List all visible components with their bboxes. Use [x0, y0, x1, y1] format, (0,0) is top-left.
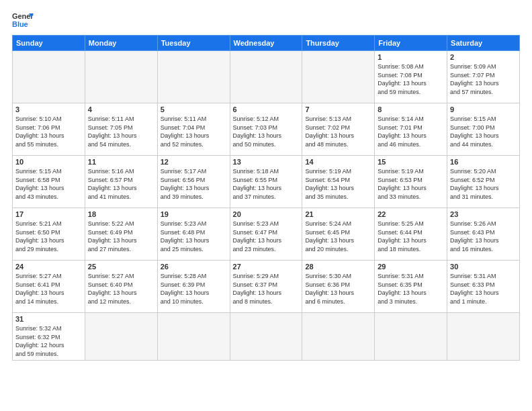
- day-number: 9: [450, 105, 517, 113]
- day-number: 23: [450, 210, 517, 218]
- day-number: 22: [378, 210, 444, 218]
- calendar-week-row: 1Sunrise: 5:08 AM Sunset: 7:08 PM Daylig…: [13, 51, 520, 103]
- day-number: 29: [378, 263, 444, 271]
- weekday-header-row: SundayMondayTuesdayWednesdayThursdayFrid…: [13, 36, 520, 51]
- day-number: 30: [450, 263, 517, 271]
- calendar-day-cell: 14Sunrise: 5:19 AM Sunset: 6:54 PM Dayli…: [302, 156, 375, 208]
- day-info: Sunrise: 5:32 AM Sunset: 6:32 PM Dayligh…: [15, 324, 82, 358]
- calendar-day-cell: 7Sunrise: 5:13 AM Sunset: 7:02 PM Daylig…: [302, 103, 375, 156]
- day-number: 8: [378, 105, 444, 113]
- calendar-day-cell: 11Sunrise: 5:16 AM Sunset: 6:57 PM Dayli…: [85, 156, 157, 208]
- day-number: 4: [88, 105, 154, 113]
- day-number: 25: [88, 263, 154, 271]
- day-info: Sunrise: 5:20 AM Sunset: 6:52 PM Dayligh…: [450, 167, 517, 201]
- calendar-day-cell: 20Sunrise: 5:23 AM Sunset: 6:47 PM Dayli…: [230, 208, 302, 261]
- calendar-week-row: 3Sunrise: 5:10 AM Sunset: 7:06 PM Daylig…: [13, 103, 520, 156]
- calendar-day-cell: [375, 313, 447, 361]
- day-info: Sunrise: 5:18 AM Sunset: 6:55 PM Dayligh…: [233, 167, 300, 201]
- day-info: Sunrise: 5:19 AM Sunset: 6:53 PM Dayligh…: [378, 167, 444, 201]
- day-number: 11: [88, 158, 154, 166]
- day-info: Sunrise: 5:15 AM Sunset: 6:58 PM Dayligh…: [15, 167, 82, 201]
- calendar-day-cell: [85, 313, 157, 361]
- day-number: 21: [305, 210, 371, 218]
- calendar-day-cell: 3Sunrise: 5:10 AM Sunset: 7:06 PM Daylig…: [13, 103, 85, 156]
- day-number: 18: [88, 210, 154, 218]
- calendar-day-cell: 17Sunrise: 5:21 AM Sunset: 6:50 PM Dayli…: [13, 208, 85, 261]
- day-info: Sunrise: 5:21 AM Sunset: 6:50 PM Dayligh…: [15, 220, 82, 253]
- day-info: Sunrise: 5:11 AM Sunset: 7:04 PM Dayligh…: [161, 115, 227, 148]
- generalblue-logo-icon: General Blue: [12, 11, 34, 30]
- day-number: 27: [233, 263, 300, 271]
- day-info: Sunrise: 5:09 AM Sunset: 7:07 PM Dayligh…: [450, 62, 517, 96]
- day-info: Sunrise: 5:13 AM Sunset: 7:02 PM Dayligh…: [305, 115, 371, 148]
- calendar-day-cell: 12Sunrise: 5:17 AM Sunset: 6:56 PM Dayli…: [157, 156, 230, 208]
- weekday-header-monday: Monday: [85, 36, 157, 51]
- calendar-week-row: 31Sunrise: 5:32 AM Sunset: 6:32 PM Dayli…: [13, 313, 520, 361]
- day-info: Sunrise: 5:28 AM Sunset: 6:39 PM Dayligh…: [161, 272, 227, 306]
- calendar-day-cell: [157, 313, 230, 361]
- weekday-header-sunday: Sunday: [13, 36, 85, 51]
- calendar-day-cell: 5Sunrise: 5:11 AM Sunset: 7:04 PM Daylig…: [157, 103, 230, 156]
- day-number: 5: [161, 105, 227, 113]
- day-number: 20: [233, 210, 300, 218]
- day-info: Sunrise: 5:19 AM Sunset: 6:54 PM Dayligh…: [305, 167, 371, 201]
- day-number: 13: [233, 158, 300, 166]
- weekday-header-saturday: Saturday: [447, 36, 520, 51]
- day-info: Sunrise: 5:31 AM Sunset: 6:33 PM Dayligh…: [450, 272, 517, 306]
- calendar-day-cell: [230, 51, 302, 103]
- calendar-day-cell: [302, 51, 375, 103]
- weekday-header-wednesday: Wednesday: [230, 36, 302, 51]
- day-info: Sunrise: 5:12 AM Sunset: 7:03 PM Dayligh…: [233, 115, 300, 148]
- day-info: Sunrise: 5:14 AM Sunset: 7:01 PM Dayligh…: [378, 115, 444, 148]
- calendar-day-cell: [230, 313, 302, 361]
- calendar-day-cell: 23Sunrise: 5:26 AM Sunset: 6:43 PM Dayli…: [447, 208, 520, 261]
- calendar-day-cell: [447, 313, 520, 361]
- day-number: 15: [378, 158, 444, 166]
- calendar-day-cell: [157, 51, 230, 103]
- day-info: Sunrise: 5:31 AM Sunset: 6:35 PM Dayligh…: [378, 272, 444, 306]
- calendar-day-cell: 9Sunrise: 5:15 AM Sunset: 7:00 PM Daylig…: [447, 103, 520, 156]
- calendar-day-cell: 2Sunrise: 5:09 AM Sunset: 7:07 PM Daylig…: [447, 51, 520, 103]
- day-number: 2: [450, 53, 517, 61]
- weekday-header-friday: Friday: [375, 36, 447, 51]
- calendar-day-cell: 6Sunrise: 5:12 AM Sunset: 7:03 PM Daylig…: [230, 103, 302, 156]
- day-info: Sunrise: 5:08 AM Sunset: 7:08 PM Dayligh…: [378, 62, 444, 96]
- day-info: Sunrise: 5:16 AM Sunset: 6:57 PM Dayligh…: [88, 167, 154, 201]
- calendar-day-cell: 28Sunrise: 5:30 AM Sunset: 6:36 PM Dayli…: [302, 261, 375, 313]
- calendar-day-cell: 30Sunrise: 5:31 AM Sunset: 6:33 PM Dayli…: [447, 261, 520, 313]
- calendar-day-cell: 26Sunrise: 5:28 AM Sunset: 6:39 PM Dayli…: [157, 261, 230, 313]
- calendar-week-row: 10Sunrise: 5:15 AM Sunset: 6:58 PM Dayli…: [13, 156, 520, 208]
- day-info: Sunrise: 5:25 AM Sunset: 6:44 PM Dayligh…: [378, 220, 444, 253]
- day-info: Sunrise: 5:11 AM Sunset: 7:05 PM Dayligh…: [88, 115, 154, 148]
- day-number: 31: [15, 315, 82, 323]
- calendar-day-cell: 4Sunrise: 5:11 AM Sunset: 7:05 PM Daylig…: [85, 103, 157, 156]
- day-number: 3: [15, 105, 82, 113]
- day-info: Sunrise: 5:17 AM Sunset: 6:56 PM Dayligh…: [161, 167, 227, 201]
- day-info: Sunrise: 5:30 AM Sunset: 6:36 PM Dayligh…: [305, 272, 371, 306]
- calendar-week-row: 24Sunrise: 5:27 AM Sunset: 6:41 PM Dayli…: [13, 261, 520, 313]
- calendar-day-cell: 29Sunrise: 5:31 AM Sunset: 6:35 PM Dayli…: [375, 261, 447, 313]
- day-info: Sunrise: 5:26 AM Sunset: 6:43 PM Dayligh…: [450, 220, 517, 253]
- weekday-header-thursday: Thursday: [302, 36, 375, 51]
- day-number: 1: [378, 53, 444, 61]
- day-info: Sunrise: 5:23 AM Sunset: 6:47 PM Dayligh…: [233, 220, 300, 253]
- calendar-day-cell: 21Sunrise: 5:24 AM Sunset: 6:45 PM Dayli…: [302, 208, 375, 261]
- calendar-day-cell: [302, 313, 375, 361]
- calendar-day-cell: 27Sunrise: 5:29 AM Sunset: 6:37 PM Dayli…: [230, 261, 302, 313]
- calendar-week-row: 17Sunrise: 5:21 AM Sunset: 6:50 PM Dayli…: [13, 208, 520, 261]
- calendar-table: SundayMondayTuesdayWednesdayThursdayFrid…: [12, 35, 520, 361]
- day-number: 12: [161, 158, 227, 166]
- day-number: 26: [161, 263, 227, 271]
- calendar-day-cell: 8Sunrise: 5:14 AM Sunset: 7:01 PM Daylig…: [375, 103, 447, 156]
- calendar-day-cell: 16Sunrise: 5:20 AM Sunset: 6:52 PM Dayli…: [447, 156, 520, 208]
- calendar-day-cell: 31Sunrise: 5:32 AM Sunset: 6:32 PM Dayli…: [13, 313, 85, 361]
- day-number: 24: [15, 263, 82, 271]
- weekday-header-tuesday: Tuesday: [157, 36, 230, 51]
- day-number: 28: [305, 263, 371, 271]
- calendar-day-cell: 10Sunrise: 5:15 AM Sunset: 6:58 PM Dayli…: [13, 156, 85, 208]
- day-number: 10: [15, 158, 82, 166]
- day-info: Sunrise: 5:27 AM Sunset: 6:41 PM Dayligh…: [15, 272, 82, 306]
- day-info: Sunrise: 5:15 AM Sunset: 7:00 PM Dayligh…: [450, 115, 517, 148]
- day-number: 14: [305, 158, 371, 166]
- calendar-day-cell: 18Sunrise: 5:22 AM Sunset: 6:49 PM Dayli…: [85, 208, 157, 261]
